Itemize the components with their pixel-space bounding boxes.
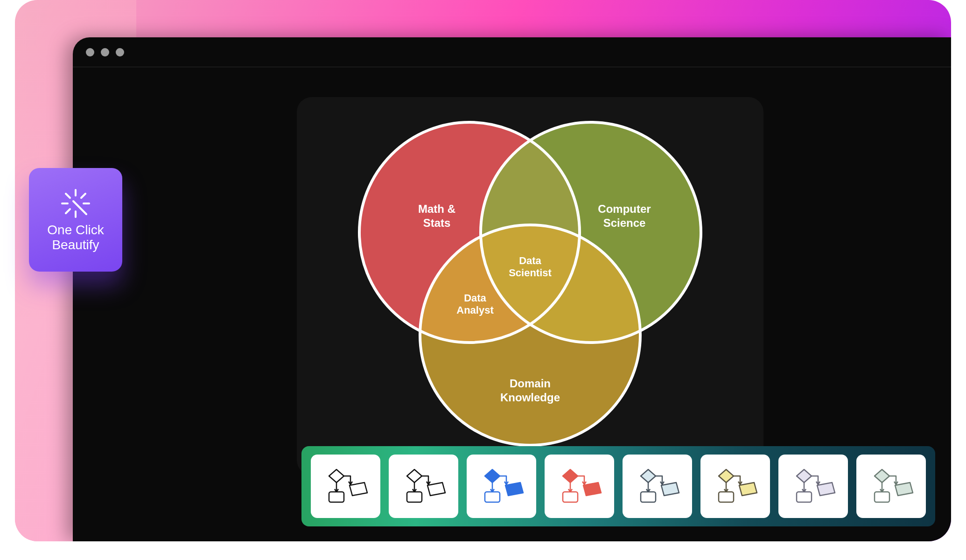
svg-line-23 (66, 194, 70, 198)
theme-red-thumb[interactable] (545, 455, 614, 518)
magic-wand-icon (59, 187, 92, 220)
badge-line2: Beautify (52, 238, 99, 252)
label-data-scientist-l2: Scientist (509, 267, 552, 279)
window-minimize-dot[interactable] (101, 48, 109, 56)
theme-yellow-thumb[interactable] (700, 455, 770, 518)
theme-sage-thumb[interactable] (856, 455, 926, 518)
label-math-stats-l2: Stats (423, 217, 451, 229)
label-cs-l1: Computer (598, 203, 651, 215)
svg-line-24 (81, 194, 85, 198)
label-math-stats-l1: Math & (418, 203, 455, 215)
stage: Math & Stats Computer Science Domain Kno… (0, 0, 966, 560)
theme-dark-outline-thumb[interactable] (311, 455, 380, 518)
diagram-canvas[interactable]: Math & Stats Computer Science Domain Kno… (297, 97, 763, 475)
label-cs-l2: Science (603, 217, 646, 229)
window-titlebar (73, 37, 951, 67)
svg-rect-4 (329, 492, 344, 502)
window-maximize-dot[interactable] (116, 48, 124, 56)
svg-rect-10 (563, 492, 578, 502)
venn-diagram: Math & Stats Computer Science Domain Kno… (297, 97, 763, 475)
theme-lavender-thumb[interactable] (778, 455, 848, 518)
badge-line1: One Click (47, 223, 104, 237)
svg-rect-18 (875, 492, 889, 502)
one-click-beautify-button[interactable]: One Click Beautify (29, 168, 122, 272)
label-domain-l2: Knowledge (500, 391, 560, 404)
theme-black-outline-thumb[interactable] (389, 455, 458, 518)
theme-blue-thumb[interactable] (467, 455, 536, 518)
window-close-dot[interactable] (86, 48, 94, 56)
theme-light-blue-thumb[interactable] (623, 455, 692, 518)
badge-label: One Click Beautify (47, 223, 104, 252)
label-data-analyst-l2: Analyst (456, 304, 494, 316)
svg-rect-12 (641, 492, 656, 502)
app-window: Math & Stats Computer Science Domain Kno… (73, 37, 951, 541)
svg-rect-14 (719, 492, 734, 502)
label-data-analyst-l1: Data (464, 292, 486, 304)
label-data-scientist-l1: Data (519, 255, 541, 266)
label-domain-l1: Domain (510, 377, 551, 390)
gradient-backdrop: Math & Stats Computer Science Domain Kno… (15, 0, 951, 541)
svg-line-25 (66, 209, 70, 213)
theme-palette-bar (301, 446, 935, 526)
svg-rect-6 (407, 492, 422, 502)
svg-rect-8 (485, 492, 500, 502)
svg-rect-16 (797, 492, 812, 502)
